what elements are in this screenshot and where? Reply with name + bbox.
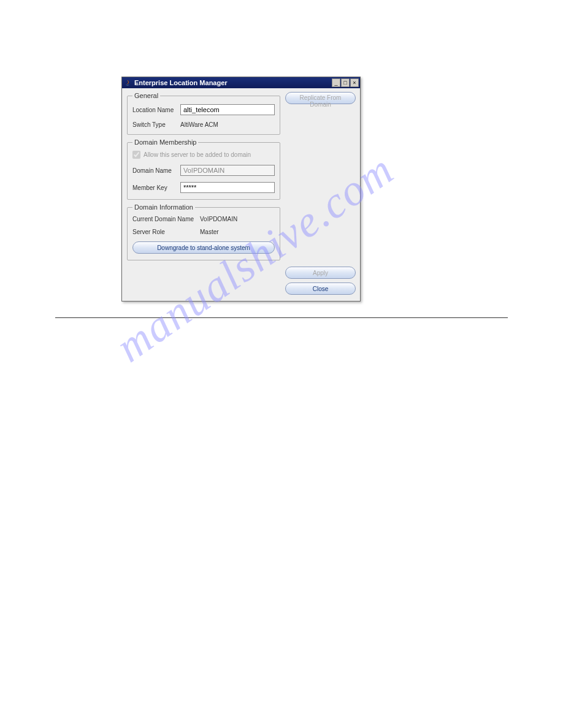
general-legend: General [132,92,160,99]
allow-checkbox-row: Allow this server to be added to domain [132,151,275,159]
domain-name-input[interactable] [180,165,275,176]
titlebar-buttons: _ □ × [332,78,359,87]
location-name-input[interactable] [180,104,275,115]
apply-button[interactable]: Apply [285,267,356,279]
titlebar-title: Enterprise Location Manager [134,79,332,86]
current-domain-row: Current Domain Name VoIPDOMAIN [132,216,275,222]
right-column: Replicate From Domain Apply Close [285,92,356,296]
current-domain-value: VoIPDOMAIN [200,216,237,222]
allow-checkbox-label: Allow this server to be added to domain [144,151,251,158]
replicate-button[interactable]: Replicate From Domain [285,92,356,104]
general-fieldset: General Location Name Switch Type AltiWa… [127,92,280,135]
left-column: General Location Name Switch Type AltiWa… [127,92,280,296]
allow-checkbox[interactable] [132,151,140,159]
close-window-button[interactable]: × [350,78,359,87]
titlebar: Enterprise Location Manager _ □ × [122,77,360,88]
horizontal-rule [55,317,508,318]
location-name-label: Location Name [132,107,180,113]
dialog-body: General Location Name Switch Type AltiWa… [122,88,360,301]
location-name-row: Location Name [132,104,275,115]
minimize-button[interactable]: _ [332,78,340,87]
membership-legend: Domain Membership [132,138,198,146]
domain-info-fieldset: Domain Information Current Domain Name V… [127,203,280,260]
switch-type-value: AltiWare ACM [180,121,218,128]
domain-name-row: Domain Name [132,165,275,176]
server-role-row: Server Role Master [132,229,275,235]
member-key-label: Member Key [132,184,180,191]
switch-type-label: Switch Type [132,121,180,128]
domain-info-legend: Domain Information [132,203,195,211]
member-key-input[interactable] [180,182,275,193]
membership-fieldset: Domain Membership Allow this server to b… [127,138,280,200]
switch-type-row: Switch Type AltiWare ACM [132,121,275,128]
close-button[interactable]: Close [285,282,356,295]
server-role-value: Master [200,229,219,235]
spacer [127,264,280,296]
current-domain-label: Current Domain Name [132,216,200,222]
downgrade-button[interactable]: Downgrade to stand-alone system [132,241,275,254]
member-key-row: Member Key [132,182,275,193]
maximize-button[interactable]: □ [341,78,350,87]
domain-name-label: Domain Name [132,167,180,174]
server-role-label: Server Role [132,229,200,235]
bottom-buttons: Apply Close [285,267,356,296]
java-icon [123,78,132,87]
dialog-window: Enterprise Location Manager _ □ × Genera… [121,77,361,301]
